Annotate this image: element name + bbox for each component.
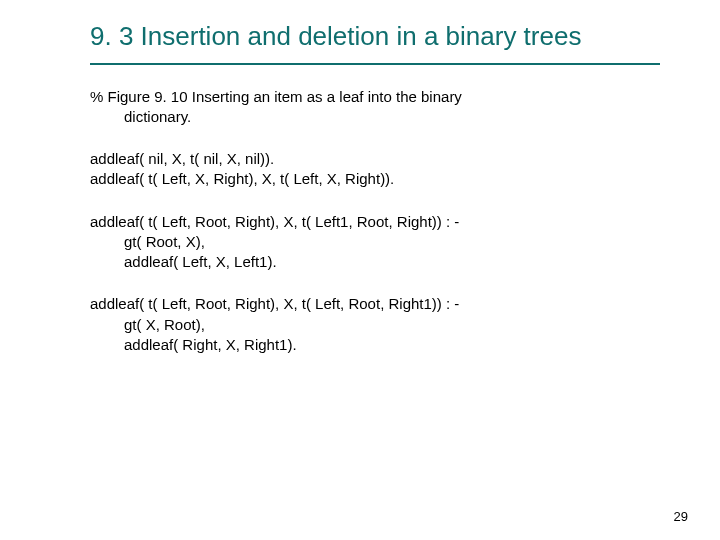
caption-line-1: % Figure 9. 10 Inserting an item as a le… — [90, 88, 462, 105]
caption-line-2: dictionary. — [90, 107, 660, 127]
slide: 9. 3 Insertion and deletion in a binary … — [0, 0, 720, 540]
code-line: addleaf( Left, X, Left1). — [90, 252, 660, 272]
code-line: addleaf( t( Left, Root, Right), X, t( Le… — [90, 295, 459, 312]
code-block-1: addleaf( nil, X, t( nil, X, nil)). addle… — [90, 149, 660, 190]
code-block-2: addleaf( t( Left, Root, Right), X, t( Le… — [90, 212, 660, 273]
page-number: 29 — [674, 509, 688, 524]
code-line: addleaf( t( Left, X, Right), X, t( Left,… — [90, 170, 394, 187]
code-line: gt( X, Root), — [90, 315, 660, 335]
figure-caption: % Figure 9. 10 Inserting an item as a le… — [90, 87, 660, 128]
code-line: gt( Root, X), — [90, 232, 660, 252]
title-underline — [90, 63, 660, 65]
code-line: addleaf( t( Left, Root, Right), X, t( Le… — [90, 213, 459, 230]
code-block-3: addleaf( t( Left, Root, Right), X, t( Le… — [90, 294, 660, 355]
slide-title: 9. 3 Insertion and deletion in a binary … — [90, 20, 660, 53]
code-line: addleaf( Right, X, Right1). — [90, 335, 660, 355]
code-line: addleaf( nil, X, t( nil, X, nil)). — [90, 150, 274, 167]
